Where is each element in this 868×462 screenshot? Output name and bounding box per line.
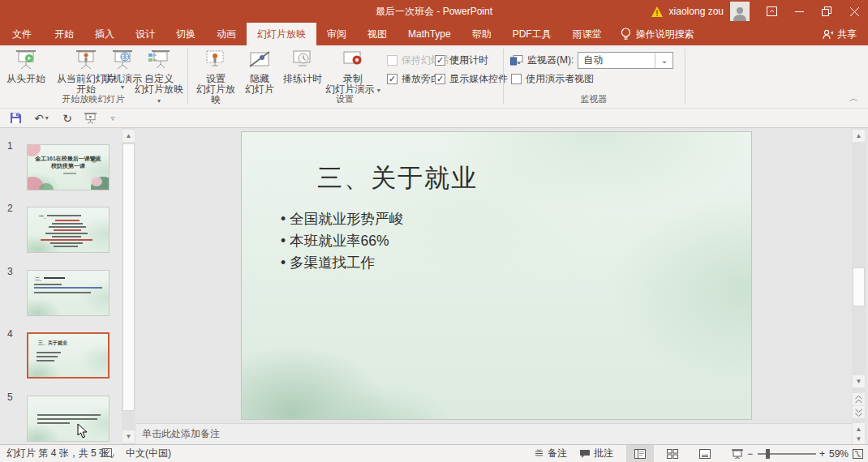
slideshow-play-icon — [14, 48, 38, 72]
scrollbar-thumb[interactable] — [122, 143, 135, 411]
slideshow-mini-icon — [84, 112, 97, 124]
tab-file[interactable]: 文件 — [0, 23, 44, 45]
scroll-up-icon[interactable]: ▲ — [853, 130, 865, 142]
slide-body-text[interactable]: 全国就业形势严峻 本班就业率66% 多渠道找工作 — [281, 208, 403, 274]
quick-access-toolbar: ↶▾ ↻ ▿ — [0, 109, 868, 128]
customize-qat-button[interactable]: ▿ — [104, 110, 122, 126]
zoom-level[interactable]: 59% — [829, 445, 849, 462]
status-bar: 幻灯片 第 4 张，共 5 张 中文(中国) 备注 批注 − + 59% — [0, 444, 868, 462]
slide-thumbnail-5[interactable] — [27, 396, 110, 442]
slide-number: 2 — [7, 203, 20, 214]
slide-canvas[interactable]: 三、关于就业 全国就业形势严峻 本班就业率66% 多渠道找工作 — [241, 131, 752, 420]
workspace: 1 金工161在校最后一课暨返校防疫第一课 2 一、 — [0, 128, 868, 444]
share-button[interactable]: 共享 — [823, 23, 857, 45]
thumbnail-text-line — [49, 226, 86, 228]
slide-sorter-view-button[interactable] — [659, 445, 686, 462]
previous-slide-button[interactable] — [853, 393, 865, 405]
chevron-down-icon[interactable]: ⌄ — [655, 53, 672, 68]
start-from-beginning-button[interactable] — [81, 110, 99, 126]
thumbnail-text-line — [34, 284, 62, 285]
ribbon: 从头开始 从当前幻灯片 开始 联机演示 ▾ 自定义 幻灯片放映 ▾ 开始放映幻灯… — [0, 45, 868, 109]
tab-slide-show[interactable]: 幻灯片放映 — [247, 23, 316, 45]
monitor-icon — [510, 55, 523, 66]
scroll-down-icon[interactable]: ▼ — [122, 430, 135, 443]
thumbnail-title: 金工161在校最后一课暨返校防疫第一课 — [34, 155, 102, 169]
normal-view-button[interactable] — [626, 445, 654, 462]
tab-view[interactable]: 视图 — [357, 23, 397, 45]
notes-scroll-down-icon[interactable]: ▼ — [853, 433, 865, 445]
close-button[interactable] — [840, 0, 868, 23]
ribbon-tab-bar: 文件 开始 插入 设计 切换 动画 幻灯片放映 审阅 视图 MathType 帮… — [0, 23, 868, 45]
ribbon-display-options-button[interactable] — [758, 0, 785, 23]
tab-design[interactable]: 设计 — [125, 23, 165, 45]
notes-toggle-button[interactable]: 备注 — [534, 445, 567, 462]
use-timings-checkbox[interactable]: 使用计时 — [435, 53, 488, 67]
comments-toggle-button[interactable]: 批注 — [579, 445, 613, 462]
vertical-scrollbar[interactable]: ▲ ▼ ▲ ▼ — [852, 128, 866, 444]
thumbnail-text-line — [34, 287, 102, 289]
avatar[interactable] — [730, 2, 750, 21]
use-presenter-view-checkbox[interactable]: 使用演示者视图 — [511, 72, 594, 86]
flower-decoration — [91, 177, 102, 186]
checkbox-unchecked-icon — [387, 55, 397, 66]
show-media-controls-checkbox[interactable]: 显示媒体控件 — [435, 72, 508, 86]
minimize-button[interactable] — [785, 0, 813, 23]
from-beginning-button[interactable]: 从头开始 — [5, 48, 47, 84]
scroll-down-icon[interactable]: ▼ — [853, 375, 865, 387]
fit-to-window-button[interactable] — [853, 445, 863, 462]
thumbnail-subtitle-line — [63, 173, 76, 174]
notes-pane[interactable]: 单击此处添加备注 — [136, 423, 852, 444]
account-user-name[interactable]: xiaolong zou — [669, 6, 724, 17]
notes-icon — [534, 449, 544, 459]
undo-button[interactable]: ↶▾ — [29, 110, 54, 126]
slide-thumbnail-3[interactable]: 二、 — [27, 270, 110, 316]
record-slideshow-button[interactable]: 录制 幻灯片演示 ▾ — [324, 48, 381, 95]
spell-check-icon[interactable] — [102, 445, 114, 462]
share-label: 共享 — [837, 28, 857, 41]
thumbnail-text-line — [37, 356, 58, 357]
tab-review[interactable]: 审阅 — [316, 23, 357, 45]
slide-number: 3 — [7, 266, 20, 277]
scrollbar-thumb[interactable] — [853, 267, 865, 306]
tab-animations[interactable]: 动画 — [206, 23, 247, 45]
next-slide-button[interactable] — [853, 406, 865, 418]
reading-view-button[interactable] — [691, 445, 719, 462]
thumbnail-text-line — [50, 242, 83, 244]
slide-thumbnail-1[interactable]: 金工161在校最后一课暨返校防疫第一课 — [27, 144, 110, 190]
redo-button[interactable]: ↻ — [58, 110, 76, 126]
tab-rain-classroom[interactable]: 雨课堂 — [562, 23, 612, 45]
tab-help[interactable]: 帮助 — [462, 23, 502, 45]
slide-counter[interactable]: 幻灯片 第 4 张，共 5 张 — [6, 445, 109, 462]
tab-pdf-tools[interactable]: PDF工具 — [502, 23, 562, 45]
thumbnail-text-line — [34, 292, 91, 293]
zoom-slider-thumb[interactable] — [766, 449, 770, 459]
hide-slide-icon — [247, 48, 272, 72]
save-button[interactable] — [6, 110, 24, 126]
tab-mathtype[interactable]: MathType — [397, 23, 462, 45]
language-indicator[interactable]: 中文(中国) — [126, 445, 171, 462]
monitor-dropdown[interactable]: 自动 ⌄ — [578, 52, 673, 69]
scroll-up-icon[interactable]: ▲ — [122, 130, 135, 142]
rehearse-timings-button[interactable]: 排练计时 — [279, 48, 326, 84]
hide-slide-button[interactable]: 隐藏 幻灯片 — [240, 48, 279, 95]
tab-transitions[interactable]: 切换 — [165, 23, 206, 45]
tab-insert[interactable]: 插入 — [84, 23, 125, 45]
record-slideshow-icon — [341, 48, 365, 72]
save-icon — [10, 112, 22, 124]
slide-thumbnail-2[interactable]: 一、 — [27, 207, 110, 253]
powerpoint-window: 最后一次班会 - PowerPoint xiaolong zou 文件 开始 插 — [0, 0, 868, 462]
thumbnail-scrollbar[interactable]: ▲ ▼ — [122, 128, 135, 444]
tell-me-search[interactable]: 操作说明搜索 — [612, 23, 703, 45]
thumbnail-title: 三、关于就业 — [38, 340, 67, 347]
play-narrations-checkbox[interactable]: 播放旁白 — [387, 72, 440, 86]
zoom-in-button[interactable]: + — [819, 445, 825, 462]
slide-thumbnail-4-selected[interactable]: 三、关于就业 — [27, 332, 110, 379]
collapse-ribbon-button[interactable]: ︿ — [849, 92, 858, 105]
slide-title[interactable]: 三、关于就业 — [317, 161, 478, 195]
restore-button[interactable] — [813, 0, 840, 23]
checkbox-unchecked-icon — [511, 74, 522, 84]
zoom-out-button[interactable]: − — [747, 445, 753, 462]
tab-home[interactable]: 开始 — [44, 23, 84, 45]
slide-thumbnail-panel: 1 金工161在校最后一课暨返校防疫第一课 2 一、 — [0, 128, 136, 444]
slide-number: 5 — [7, 391, 20, 403]
